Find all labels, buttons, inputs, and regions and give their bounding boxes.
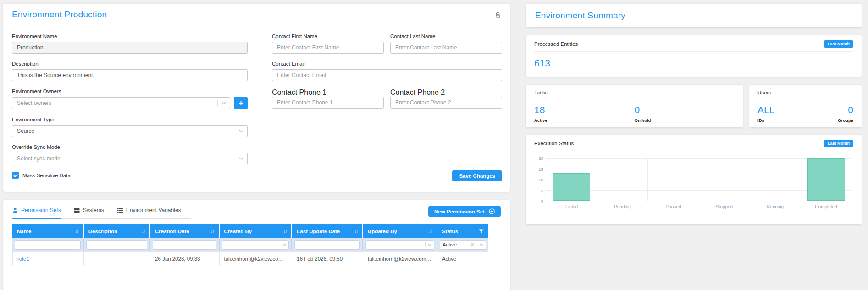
- y-tick-label: 15: [538, 166, 543, 171]
- sort-icon[interactable]: ↓↑: [75, 229, 78, 234]
- contact-phone-1-field: Contact Phone 1: [272, 88, 384, 109]
- table-filter-row: Active ✕: [12, 238, 488, 251]
- column-header-description[interactable]: Description↓↑: [84, 224, 150, 238]
- summary-column: Environment Summary Processed Entities L…: [526, 4, 862, 290]
- x-tick-label: Completed: [801, 204, 851, 209]
- description-field: Description: [12, 61, 248, 81]
- new-permission-set-button[interactable]: New Permission Set: [428, 206, 501, 217]
- users-ids-value: ALL: [757, 104, 806, 115]
- sort-icon[interactable]: ↓↑: [354, 229, 358, 234]
- contact-last-name-input[interactable]: [390, 42, 502, 54]
- chart-y-axis: 20151050: [534, 158, 546, 201]
- filter-icon[interactable]: [479, 229, 484, 234]
- column-header-creation-date[interactable]: Creation Date↓↑: [150, 224, 220, 238]
- filter-updated-by-select[interactable]: [365, 240, 434, 250]
- tab-list: Permission Sets Systems Environment Vari…: [12, 206, 191, 219]
- users-card: Users ALL IDs 0 Groups: [749, 85, 862, 127]
- contact-first-name-input[interactable]: [272, 42, 384, 54]
- environment-name-label: Environment Name: [12, 33, 248, 39]
- delete-environment-button[interactable]: [494, 10, 503, 19]
- plus-icon: [234, 101, 248, 106]
- permission-set-link[interactable]: role1: [17, 256, 29, 262]
- chevron-down-icon: [480, 244, 483, 246]
- tasks-label: Tasks: [534, 90, 547, 95]
- tab-environment-variables[interactable]: Environment Variables: [117, 206, 181, 219]
- tabs-row: Permission Sets Systems Environment Vari…: [12, 206, 501, 219]
- select-separator: [217, 100, 218, 106]
- contact-first-name-label: Contact First Name: [272, 33, 384, 39]
- cell-description: [84, 251, 150, 266]
- chevron-down-icon: [221, 102, 226, 104]
- chart-slot-completed: [801, 158, 851, 201]
- mask-sensitive-data-checkbox[interactable]: [12, 172, 19, 179]
- tasks-active-metric: 18 Active: [534, 104, 635, 123]
- chart-slot-stopped: [699, 158, 750, 201]
- last-month-badge[interactable]: Last Month: [824, 40, 853, 48]
- cell-last-update-date: 16 Feb 2026, 09:50: [292, 251, 363, 266]
- tasks-onhold-metric: 0 On hold: [635, 104, 735, 123]
- filter-created-by-select[interactable]: [222, 240, 289, 250]
- person-icon: [12, 208, 18, 213]
- column-header-status[interactable]: Status: [437, 224, 488, 238]
- clear-filter-icon[interactable]: ✕: [470, 242, 475, 248]
- processed-entities-header: Processed Entities Last Month: [534, 40, 853, 48]
- bar-completed: [807, 158, 845, 201]
- owners-select[interactable]: Select owners: [12, 97, 230, 109]
- contact-phone-2-field: Contact Phone 2: [390, 88, 502, 109]
- card-divider: [534, 99, 735, 99]
- card-divider: [534, 51, 853, 52]
- column-header-updated-by[interactable]: Updated By↓↑: [363, 224, 437, 238]
- column-header-last-update-date[interactable]: Last Update Date↓↑: [292, 224, 363, 238]
- filter-last-update-date-input[interactable]: [294, 240, 360, 250]
- metrics-row: Tasks 18 Active 0 On hold Users: [526, 85, 862, 127]
- environment-type-select[interactable]: Source: [12, 125, 248, 137]
- tasks-card: Tasks 18 Active 0 On hold: [526, 85, 743, 127]
- environment-name-field: Environment Name: [12, 33, 248, 54]
- owners-select-placeholder: Select owners: [17, 100, 217, 106]
- filter-description-input[interactable]: [86, 240, 147, 250]
- environment-name-input[interactable]: [12, 42, 248, 54]
- override-sync-mode-field: Override Sync Mode Select sync mode: [12, 144, 248, 164]
- contact-name-row: Contact First Name Contact Last Name: [272, 33, 502, 54]
- sort-icon[interactable]: ↓↑: [142, 229, 145, 234]
- cell-creation-date: 26 Jan 2026, 09:33: [150, 251, 220, 266]
- tab-permission-sets[interactable]: Permission Sets: [12, 206, 61, 219]
- card-divider: [757, 99, 853, 99]
- contact-email-input[interactable]: [272, 69, 502, 81]
- filter-creation-date-input[interactable]: [153, 240, 216, 250]
- column-header-created-by[interactable]: Created By↓↑: [220, 224, 293, 238]
- filter-status-select[interactable]: Active ✕: [440, 240, 486, 250]
- environment-type-value: Source: [17, 128, 235, 134]
- sort-icon[interactable]: ↓↑: [283, 229, 287, 234]
- environment-summary-header: Environment Summary: [526, 4, 862, 27]
- table-row[interactable]: role1 26 Jan 2026, 09:33 tali.einhorn@k2…: [12, 251, 488, 266]
- add-owner-button[interactable]: [234, 97, 248, 109]
- filter-name-input[interactable]: [15, 240, 81, 250]
- contact-phone-2-input[interactable]: [390, 97, 502, 109]
- y-tick-label: 0: [541, 199, 543, 204]
- y-tick-label: 5: [541, 188, 543, 193]
- column-header-name[interactable]: Name↓↑: [12, 224, 84, 238]
- users-label: Users: [757, 90, 771, 95]
- form-right-column: Contact First Name Contact Last Name Con…: [259, 33, 502, 179]
- environment-type-label: Environment Type: [12, 117, 248, 122]
- form-left-column: Environment Name Description Environment…: [12, 33, 248, 179]
- x-tick-label: Pending: [597, 204, 648, 209]
- sort-icon[interactable]: ↓↑: [211, 229, 214, 234]
- environment-owners-label: Environment Owners: [12, 88, 248, 94]
- tab-label: Systems: [83, 207, 104, 213]
- tab-systems[interactable]: Systems: [74, 206, 104, 219]
- contact-last-name-field: Contact Last Name: [390, 33, 502, 54]
- last-month-badge[interactable]: Last Month: [824, 140, 853, 147]
- bar-failed: [553, 173, 590, 201]
- contact-phone-1-label: Contact Phone 1: [272, 88, 326, 96]
- sync-mode-select[interactable]: Select sync mode: [12, 153, 248, 164]
- mask-sensitive-data-row: Mask Sensitive Data: [12, 172, 248, 179]
- contact-phone-1-input[interactable]: [272, 97, 384, 109]
- tab-label: Environment Variables: [126, 207, 181, 213]
- description-input[interactable]: [12, 69, 248, 81]
- chart-slot-pending: [597, 158, 648, 201]
- check-icon: [13, 174, 18, 177]
- sort-icon[interactable]: ↓↑: [429, 229, 432, 234]
- save-changes-button[interactable]: Save Changes: [452, 170, 502, 181]
